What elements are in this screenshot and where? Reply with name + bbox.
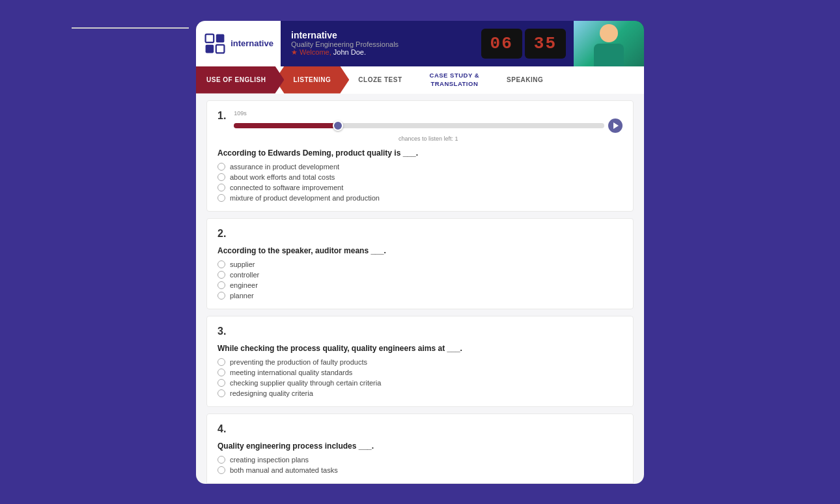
radio-2-4[interactable]: [217, 292, 225, 300]
svg-rect-1: [216, 34, 225, 42]
avatar-image: [574, 21, 644, 66]
play-button[interactable]: [608, 119, 623, 133]
welcome-icon: ★: [291, 48, 298, 56]
option-3-3[interactable]: checking supplier quality through certai…: [217, 379, 623, 387]
option-1-1[interactable]: assurance in product development: [217, 163, 623, 171]
option-3-3-label: checking supplier quality through certai…: [230, 379, 381, 387]
tab-case-study[interactable]: CASE STUDY &TRANSLATION: [412, 66, 498, 94]
timer-seconds: 35: [525, 29, 566, 59]
tab-use-of-english-label: USE OF ENGLISH: [206, 76, 266, 84]
radio-1-2[interactable]: [217, 173, 225, 181]
option-1-4[interactable]: mixture of product development and produ…: [217, 194, 623, 202]
question-text-3: While checking the process quality, qual…: [217, 344, 623, 353]
tab-cloze-test[interactable]: CLOZE TEST: [340, 66, 420, 94]
radio-3-2[interactable]: [217, 369, 225, 376]
option-2-3-label: engineer: [230, 281, 258, 289]
radio-3-4[interactable]: [217, 389, 225, 397]
question-text-1: According to Edwards Deming, product qua…: [217, 148, 623, 158]
audio-fill: [234, 123, 337, 128]
brand-welcome: ★ Welcome, John Doe.: [291, 48, 463, 57]
header: internative internative Quality Engineer…: [196, 21, 644, 66]
option-1-1-label: assurance in product development: [230, 163, 339, 171]
option-3-2-label: meeting international quality standards: [230, 369, 352, 376]
avatar-head: [600, 24, 618, 42]
audio-knob[interactable]: [333, 120, 343, 131]
option-2-1[interactable]: supplier: [217, 260, 623, 268]
options-list-3: preventing the production of faulty prod…: [217, 358, 623, 397]
question-number-4: 4.: [217, 423, 226, 435]
radio-3-3[interactable]: [217, 379, 225, 387]
logo-icon: [203, 32, 227, 55]
tab-case-study-label: CASE STUDY &TRANSLATION: [430, 72, 480, 88]
chances-label: chances to listen left: 1: [234, 135, 623, 142]
nav-tabs: USE OF ENGLISH LISTENING CLOZE TEST CASE…: [196, 66, 644, 94]
radio-2-3[interactable]: [217, 281, 225, 289]
radio-1-4[interactable]: [217, 194, 225, 202]
tab-use-of-english[interactable]: USE OF ENGLISH: [196, 66, 284, 94]
avatar-person: [589, 24, 628, 66]
option-1-3[interactable]: connected to software improvement: [217, 184, 623, 191]
content-area: 1. 109s chances to listen left: 1 Accord…: [196, 94, 644, 484]
radio-1-1[interactable]: [217, 163, 225, 171]
tab-speaking-label: SPEAKING: [507, 76, 543, 84]
brand-info: internative Quality Engineering Professi…: [281, 30, 473, 57]
radio-3-1[interactable]: [217, 358, 225, 366]
brand-logo-text: internative: [231, 38, 273, 48]
audio-bar-wrapper: 109s chances to listen left: 1: [234, 110, 623, 142]
brand-subtitle: Quality Engineering Professionals: [291, 40, 463, 48]
brand-name: internative: [291, 30, 463, 40]
pagination-dot-3[interactable]: [417, 471, 423, 478]
tab-listening-label: LISTENING: [293, 76, 331, 84]
question-number-3: 3.: [217, 326, 226, 337]
option-3-1[interactable]: preventing the production of faulty prod…: [217, 358, 623, 366]
option-2-4[interactable]: planner: [217, 292, 623, 300]
timer-minutes: 06: [481, 29, 522, 59]
question-number-1: 1.: [217, 110, 226, 122]
option-2-2-label: controller: [230, 271, 259, 279]
option-1-2-label: about work efforts and total costs: [230, 173, 335, 181]
option-3-1-label: preventing the production of faulty prod…: [230, 358, 367, 366]
question-card-1: 1. 109s chances to listen left: 1 Accord…: [206, 100, 634, 212]
question-card-2: 2. According to the speaker, auditor mea…: [206, 218, 634, 309]
pagination-dot-5[interactable]: [448, 471, 455, 478]
option-2-2[interactable]: controller: [217, 271, 623, 279]
option-3-4-label: redesigning quality criteria: [230, 389, 313, 397]
avatar-area: [574, 21, 644, 66]
question-text-4: Quality engineering process includes ___…: [217, 441, 623, 451]
radio-2-2[interactable]: [217, 271, 225, 279]
svg-rect-3: [216, 44, 225, 53]
question-number-2: 2.: [217, 228, 226, 240]
main-container: internative internative Quality Engineer…: [196, 21, 644, 484]
option-1-3-label: connected to software improvement: [230, 184, 343, 191]
option-2-3[interactable]: engineer: [217, 281, 623, 289]
radio-1-3[interactable]: [217, 184, 225, 191]
pagination: [0, 460, 840, 484]
pagination-dot-2[interactable]: [401, 471, 408, 478]
audio-time-label: 109s: [234, 110, 623, 117]
pagination-dot-4[interactable]: [432, 471, 439, 478]
question-text-2: According to the speaker, auditor means …: [217, 246, 623, 255]
question-card-3: 3. While checking the process quality, q…: [206, 316, 634, 407]
tab-speaking[interactable]: SPEAKING: [488, 66, 556, 94]
options-list-1: assurance in product development about w…: [217, 163, 623, 202]
option-1-4-label: mixture of product development and produ…: [230, 194, 380, 202]
audio-progress-bar[interactable]: [234, 123, 604, 128]
logo-area: internative: [196, 21, 281, 66]
svg-rect-2: [206, 44, 214, 53]
svg-rect-0: [206, 34, 214, 42]
option-3-4[interactable]: redesigning quality criteria: [217, 389, 623, 397]
pagination-dot-1[interactable]: [385, 471, 392, 478]
option-2-4-label: planner: [230, 292, 254, 300]
options-list-2: supplier controller engineer planner: [217, 260, 623, 300]
avatar-body: [594, 44, 624, 66]
option-3-2[interactable]: meeting international quality standards: [217, 369, 623, 376]
option-1-2[interactable]: about work efforts and total costs: [217, 173, 623, 181]
option-2-1-label: supplier: [230, 260, 255, 268]
timer-area: 06 35: [473, 29, 574, 59]
tab-cloze-test-label: CLOZE TEST: [358, 76, 402, 84]
tab-listening[interactable]: LISTENING: [275, 66, 349, 94]
radio-2-1[interactable]: [217, 260, 225, 268]
